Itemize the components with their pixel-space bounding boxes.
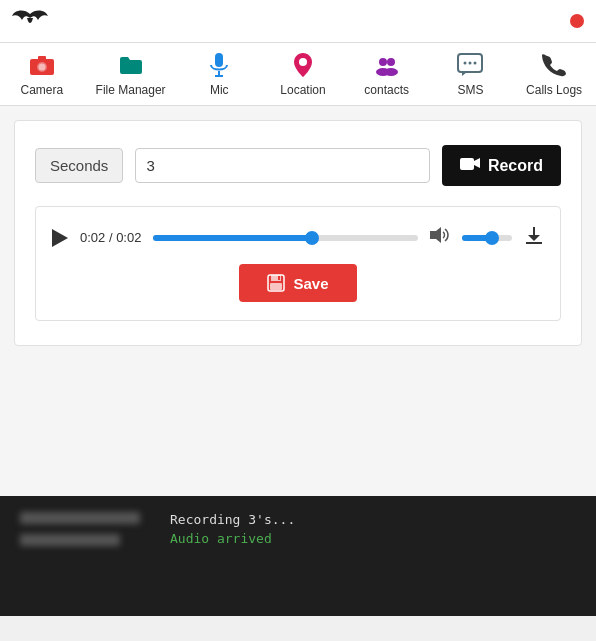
notification-dot: [570, 14, 584, 28]
volume-icon: [430, 226, 450, 249]
mic-icon: [205, 51, 233, 79]
file-manager-label: File Manager: [96, 83, 166, 97]
svg-marker-18: [52, 229, 68, 247]
calls-logs-label: Calls Logs: [526, 83, 582, 97]
contacts-label: contacts: [364, 83, 409, 97]
nav-item-contacts[interactable]: contacts: [357, 51, 417, 97]
svg-rect-16: [460, 158, 474, 170]
camera-icon-btn: [460, 155, 480, 176]
svg-point-13: [464, 62, 467, 65]
main-content: Seconds Record: [0, 106, 596, 496]
record-button[interactable]: Record: [442, 145, 561, 186]
svg-rect-25: [278, 276, 280, 280]
svg-marker-19: [430, 227, 441, 243]
progress-thumb: [305, 231, 319, 245]
console-footer: Recording 3's... Audio arrived: [0, 496, 596, 616]
svg-point-14: [469, 62, 472, 65]
location-icon: [289, 51, 317, 79]
sms-label: SMS: [457, 83, 483, 97]
header: [0, 0, 596, 43]
svg-marker-20: [528, 235, 540, 241]
audio-player: 0:02 / 0:02: [35, 206, 561, 321]
mic-label: Mic: [210, 83, 229, 97]
console-right-text: Recording 3's... Audio arrived: [170, 512, 295, 600]
volume-thumb: [485, 231, 499, 245]
blur-line-1: [20, 512, 140, 524]
blur-line-2: [20, 534, 120, 546]
contacts-icon: [373, 51, 401, 79]
seconds-label: Seconds: [35, 148, 123, 183]
svg-point-9: [387, 58, 395, 66]
svg-marker-17: [474, 158, 480, 168]
svg-rect-24: [270, 283, 282, 290]
camera-label: Camera: [21, 83, 64, 97]
svg-point-2: [38, 64, 45, 71]
location-label: Location: [280, 83, 325, 97]
volume-bar[interactable]: [462, 235, 512, 241]
nav-bar: Camera File Manager Mic Location: [0, 43, 596, 106]
sms-icon: [456, 51, 484, 79]
svg-point-11: [384, 68, 398, 76]
nav-item-camera[interactable]: Camera: [12, 51, 72, 97]
svg-rect-3: [38, 56, 46, 60]
nav-item-mic[interactable]: Mic: [189, 51, 249, 97]
record-button-label: Record: [488, 157, 543, 175]
camera-icon: [28, 51, 56, 79]
record-row: Seconds Record: [35, 145, 561, 186]
svg-point-15: [474, 62, 477, 65]
nav-item-file-manager[interactable]: File Manager: [96, 51, 166, 97]
download-button[interactable]: [524, 225, 544, 250]
svg-point-7: [299, 58, 307, 66]
calls-icon: [540, 51, 568, 79]
console-left-blurred: [20, 512, 150, 600]
progress-fill: [153, 235, 312, 241]
svg-rect-4: [215, 53, 223, 67]
nav-item-location[interactable]: Location: [273, 51, 333, 97]
save-button-label: Save: [293, 275, 328, 292]
audio-arrived-line: Audio arrived: [170, 531, 295, 546]
nav-item-sms[interactable]: SMS: [440, 51, 500, 97]
app-logo: [12, 6, 48, 36]
recording-line: Recording 3's...: [170, 512, 295, 527]
audio-controls: 0:02 / 0:02: [52, 225, 544, 250]
save-button[interactable]: Save: [239, 264, 356, 302]
folder-icon: [117, 51, 145, 79]
time-display: 0:02 / 0:02: [80, 230, 141, 245]
play-button[interactable]: [52, 229, 68, 247]
svg-point-8: [379, 58, 387, 66]
seconds-input[interactable]: [135, 148, 430, 183]
progress-bar[interactable]: [153, 235, 418, 241]
record-card: Seconds Record: [14, 120, 582, 346]
nav-item-calls-logs[interactable]: Calls Logs: [524, 51, 584, 97]
